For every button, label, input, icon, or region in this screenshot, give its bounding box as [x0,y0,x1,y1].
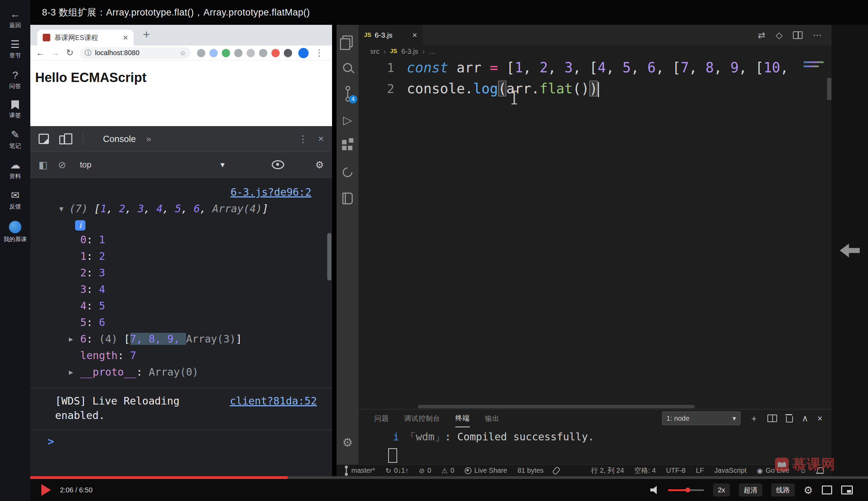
sidebar-item-feedback[interactable]: ✉反馈 [0,190,30,210]
breadcrumb[interactable]: src › JS 6-3.js › … [359,45,831,57]
console-sidebar-icon[interactable]: ◧ [39,159,48,171]
console-property-row[interactable]: ▶6: (4) [7, 8, 9, Array(3)] [30,331,332,347]
video-progress-bar[interactable] [30,476,868,479]
breadcrumb-file[interactable]: 6-3.js [401,48,418,55]
console-property-row[interactable]: 5: 6 [30,314,332,331]
console-property-row[interactable]: 4: 5 [30,298,332,314]
editor-scrollbar-vertical[interactable] [827,78,831,100]
more-tabs-icon[interactable]: » [146,134,151,144]
panel-tab-output[interactable]: 输出 [485,409,499,427]
console-settings-icon[interactable]: ⚙ [315,159,324,171]
activity-source-control[interactable]: 4 [339,85,356,102]
extension-icon[interactable] [247,49,255,57]
extension-icon[interactable] [259,49,267,57]
play-button[interactable] [41,484,51,496]
expand-caret-icon[interactable]: ▶ [69,364,73,380]
reload-icon[interactable]: ↻ [66,48,74,58]
speed-button[interactable]: 2x [713,483,730,497]
extension-icon[interactable] [197,49,205,57]
code-line[interactable]: 2console.log(arr.flat()) [359,78,831,99]
console-property-row[interactable]: 2: 3 [30,265,332,281]
activity-notebook[interactable] [339,190,356,207]
console-property-row[interactable]: 0: 1 [30,232,332,248]
status-file-size[interactable]: 81 bytes [518,467,544,474]
info-badge-icon[interactable]: i [75,220,85,231]
terminal-shell-select[interactable]: 1: node ▾ [662,411,741,425]
sidebar-item-bookmark[interactable]: 课签 [0,100,30,119]
activity-extensions[interactable] [339,138,356,154]
devtools-close-icon[interactable]: × [318,133,324,144]
terminal-output[interactable]: i 「wdm」: Compiled successfully. [359,427,831,463]
volume-icon[interactable] [650,486,659,494]
extension-icon[interactable] [222,49,230,57]
tab-close-icon[interactable]: × [123,32,128,43]
fullscreen-icon[interactable] [822,485,832,494]
extension-icon[interactable] [209,49,218,57]
panel-tab-terminal[interactable]: 终端 [455,409,470,427]
pip-icon[interactable] [841,485,853,494]
breadcrumb-symbol[interactable]: … [429,48,436,55]
route-button[interactable]: 线路 [771,483,795,497]
volume-slider[interactable] [668,489,704,491]
extension-icon[interactable] [234,49,242,57]
status-cursor-position[interactable]: 行 2, 列 24 [591,466,624,475]
panel-tab-debug-console[interactable]: 调试控制台 [404,409,440,427]
console-property-row[interactable]: 3: 4 [30,281,332,298]
activity-explorer[interactable] [339,33,356,50]
sidebar-item-notes[interactable]: ✎笔记 [0,130,30,150]
editor-tab[interactable]: JS 6-3.js × [359,25,423,45]
code-line[interactable]: 1const arr = [1, 2, 3, [4, 5, 6, [7, 8, … [359,57,831,78]
status-errors[interactable]: ⊘0 [419,467,431,474]
extension-icon[interactable] [271,49,280,57]
status-branch[interactable]: master* [344,467,375,474]
browser-tab[interactable]: 慕课网ES课程 × [37,30,134,45]
forward-icon[interactable]: → [51,48,60,58]
collapse-arrow-icon[interactable] [840,244,860,257]
collapse-panel[interactable] [831,25,868,476]
live-expression-icon[interactable] [272,160,284,169]
console-result-row[interactable]: ▼(7) [1, 2, 3, 4, 5, 6, Array(4)] [30,201,332,217]
context-selector[interactable]: top ▾ [76,156,228,173]
console-input-row[interactable]: > [30,430,332,448]
status-attachment[interactable] [554,467,559,474]
site-info-icon[interactable]: ⓘ [85,48,92,58]
clear-console-icon[interactable]: ⊘ [58,159,66,171]
expand-caret-icon[interactable]: ▼ [59,201,63,217]
sidebar-item-materials[interactable]: ☁资料 [0,160,30,180]
source-link[interactable]: 6-3.js?de96:2 [230,186,311,198]
activity-debug[interactable]: ▷ [339,112,356,128]
devtools-menu-icon[interactable]: ⋮ [298,133,308,145]
sidebar-item-back[interactable]: ←返回 [0,9,30,29]
editor-scrollbar-horizontal[interactable] [418,405,695,408]
minimap[interactable] [802,57,827,409]
extension-icon[interactable] [284,49,292,57]
browser-menu-icon[interactable]: ⋮ [315,48,324,58]
status-live-share[interactable]: Live Share [465,467,507,474]
inspect-element-icon[interactable] [39,134,49,144]
status-language[interactable]: JavaScript [714,467,746,474]
console-property-row[interactable]: ▶__proto__: Array(0) [30,364,332,380]
activity-search[interactable] [339,59,356,76]
editor-tab-close-icon[interactable]: × [412,30,417,40]
player-settings-icon[interactable]: ⚙ [804,484,813,496]
address-bar[interactable]: ⓘ localhost:8080 ☆ [80,47,191,59]
manage-gear-icon[interactable]: ⚙ [342,436,353,449]
status-indentation[interactable]: 空格: 4 [634,466,656,475]
status-encoding[interactable]: UTF-8 [666,467,686,474]
console-property-row[interactable]: 1: 2 [30,248,332,265]
back-icon[interactable]: ← [36,48,45,58]
sidebar-item-chapters[interactable]: ☰章节 [0,39,30,59]
code-editor[interactable]: 1const arr = [1, 2, 3, [4, 5, 6, [7, 8, … [359,57,831,409]
console-property-row[interactable]: length: 7 [30,347,332,364]
breadcrumb-folder[interactable]: src [370,48,380,55]
status-warnings[interactable]: ⚠0 [442,467,454,474]
sidebar-item-my-imooc[interactable]: 我的慕课 [0,221,30,243]
bookmark-star-icon[interactable]: ☆ [180,49,186,57]
panel-tab-problems[interactable]: 问题 [374,409,389,427]
sidebar-item-qa[interactable]: ?问答 [0,70,30,90]
console-scrollbar[interactable] [327,233,331,280]
activity-live-share[interactable] [339,164,356,181]
status-sync[interactable]: ↻0↓1↑ [385,467,409,474]
profile-avatar[interactable] [298,48,309,58]
quality-button[interactable]: 超清 [739,483,762,497]
